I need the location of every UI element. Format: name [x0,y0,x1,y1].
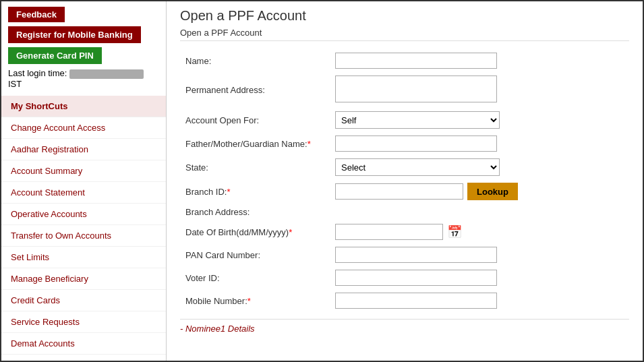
guardian-name-label: Father/Mother/Guardian Name:* [180,132,328,155]
page-title: Open a PPF Account [180,8,629,24]
sidebar-item-set-limits[interactable]: Set Limits [1,247,166,268]
name-row: Name: [180,49,629,72]
sidebar-item-demat-accounts[interactable]: Demat Accounts [1,333,166,355]
sidebar-item-change-account-access[interactable]: Change Account Access [1,117,166,139]
dob-row: Date Of Birth(dd/MM/yyyy)* 📅 [180,220,629,243]
calendar-icon[interactable]: 📅 [447,224,462,239]
pan-card-input[interactable] [335,247,497,263]
last-login-label: Last login time: [8,68,67,78]
dob-wrapper: 📅 [335,224,624,240]
lookup-button[interactable]: Lookup [467,183,518,200]
pan-card-label: PAN Card Number: [180,243,328,266]
guardian-name-row: Father/Mother/Guardian Name:* [180,132,629,155]
main-content: Open a PPF Account Open a PPF Account Na… [167,1,643,361]
last-login-suffix: IST [8,79,22,89]
state-input-cell: Select [328,155,629,179]
sidebar-top: Feedback Register for Mobile Banking Gen… [1,1,166,92]
sidebar-item-account-summary[interactable]: Account Summary [1,160,166,182]
dob-input-cell: 📅 [328,220,629,243]
state-row: State: Select [180,155,629,179]
voter-id-input[interactable] [335,270,497,286]
ppf-form: Name: Permanent Address: Account Open Fo… [180,49,629,312]
sidebar-item-operative-accounts[interactable]: Operative Accounts [1,204,166,225]
dob-label: Date Of Birth(dd/MM/yyyy)* [180,220,328,243]
account-open-for-input-cell: Self Minor [328,108,629,132]
guardian-name-input[interactable] [335,135,497,152]
state-label: State: [180,155,328,179]
mobile-banking-button[interactable]: Register for Mobile Banking [8,26,141,43]
branch-id-label: Branch ID:* [180,179,328,204]
permanent-address-row: Permanent Address: [180,72,629,108]
permanent-address-label: Permanent Address: [180,72,328,108]
nominee-section: - Nominee1 Details [180,319,629,334]
permanent-address-input[interactable] [335,76,497,102]
account-open-for-row: Account Open For: Self Minor [180,108,629,132]
name-label: Name: [180,49,328,72]
permanent-address-input-cell [328,72,629,108]
name-input[interactable] [335,53,497,69]
voter-id-label: Voter ID: [180,266,328,289]
guardian-name-input-cell [328,132,629,155]
nominee-label: - Nominee1 Details [180,324,255,334]
sidebar-item-transfer-own-accounts[interactable]: Transfer to Own Accounts [1,225,166,247]
feedback-button[interactable]: Feedback [8,7,65,22]
branch-id-wrapper: Lookup [335,183,624,200]
mobile-number-input[interactable] [335,293,497,309]
mobile-number-label: Mobile Number:* [180,289,328,312]
branch-address-row: Branch Address: [180,204,629,220]
last-login: Last login time: IST [8,68,159,89]
branch-address-value-cell [328,204,629,220]
branch-id-input-cell: Lookup [328,179,629,204]
sidebar-item-credit-cards[interactable]: Credit Cards [1,290,166,311]
branch-address-label: Branch Address: [180,204,328,220]
generate-pin-button[interactable]: Generate Card PIN [8,47,102,64]
sidebar-item-manage-beneficiary[interactable]: Manage Beneficiary [1,268,166,290]
name-input-cell [328,49,629,72]
sidebar: Feedback Register for Mobile Banking Gen… [1,1,167,361]
mobile-number-row: Mobile Number:* [180,289,629,312]
mobile-number-input-cell [328,289,629,312]
state-select[interactable]: Select [335,158,500,176]
pan-card-row: PAN Card Number: [180,243,629,266]
sidebar-item-service-requests[interactable]: Service Requests [1,311,166,333]
account-open-for-select[interactable]: Self Minor [335,111,500,129]
pan-card-input-cell [328,243,629,266]
section-title: Open a PPF Account [180,28,629,41]
sidebar-nav: My ShortCuts Change Account Access Aadha… [1,96,166,361]
sidebar-item-account-statement[interactable]: Account Statement [1,182,166,204]
account-open-for-label: Account Open For: [180,108,328,132]
sidebar-item-my-shortcuts[interactable]: My ShortCuts [1,96,166,117]
last-login-time [69,69,144,79]
branch-id-row: Branch ID:* Lookup [180,179,629,204]
sidebar-item-aadhar-registration[interactable]: Aadhar Registration [1,139,166,160]
voter-id-row: Voter ID: [180,266,629,289]
voter-id-input-cell [328,266,629,289]
dob-input[interactable] [335,224,443,240]
branch-id-input[interactable] [335,183,463,200]
